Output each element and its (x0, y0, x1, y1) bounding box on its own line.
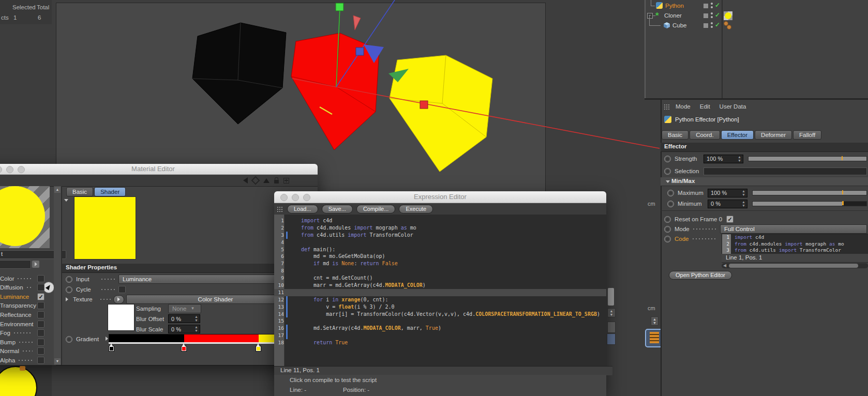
channel-diffusion[interactable]: Diffusion (0, 283, 35, 292)
blur-scale-input[interactable]: 0 %▲▼ (168, 325, 200, 333)
channel-fog[interactable]: Fog (0, 329, 35, 338)
code-line-15[interactable]: 15 (274, 317, 606, 325)
cycle-checkbox[interactable] (118, 286, 126, 293)
shader-preview-swatch[interactable] (74, 196, 136, 260)
strength-input[interactable]: 100 %▲▼ (704, 155, 743, 163)
sampling-dropdown[interactable]: None▼ (168, 304, 201, 313)
keyframe-radio-icon[interactable] (664, 168, 671, 175)
code-line-16[interactable]: 16 md.SetArray(c4d.MODATA_COLOR, marr, T… (274, 325, 606, 332)
code-line-1[interactable]: 1import c4d (274, 217, 606, 224)
shader-swatch[interactable] (108, 304, 134, 331)
channel-color[interactable]: Color (0, 274, 35, 283)
code-line-3[interactable]: 3from c4d.utils import TransformColor (722, 247, 868, 254)
channel-checkbox[interactable] (37, 357, 44, 364)
enable-dot-icon[interactable] (711, 3, 713, 5)
object-name[interactable]: Cube (672, 22, 687, 28)
minmax-header[interactable]: Min/Max (661, 177, 868, 186)
code-editor[interactable]: 1import c4d2from c4d.modules import mogr… (274, 215, 606, 369)
pick-cursor-icon[interactable] (43, 282, 54, 293)
drag-handle-icon[interactable] (277, 206, 283, 212)
object-name[interactable]: Python (665, 3, 684, 9)
channel-checkbox[interactable] (37, 321, 44, 328)
lock-icon[interactable] (274, 180, 279, 184)
channel-reflectance[interactable]: Reflectance (0, 310, 35, 319)
enable-dot-icon[interactable] (711, 6, 713, 8)
object-row-cloner[interactable]: − * Cloner ✓ (646, 11, 868, 21)
maximum-input[interactable]: 100 %▲▼ (708, 189, 747, 197)
enabled-check-icon[interactable]: ✓ (715, 11, 720, 19)
minimum-input[interactable]: 0 %▲▼ (708, 200, 747, 208)
enable-dot-icon[interactable] (711, 12, 713, 14)
scroll-left-arrow-icon[interactable]: ◀ (723, 263, 726, 268)
channel-transparency[interactable]: Transparency (0, 301, 35, 310)
minimize-button[interactable] (6, 166, 13, 173)
keyframe-radio-icon[interactable] (66, 276, 72, 283)
open-python-editor-button[interactable]: Open Python Editor (669, 271, 732, 280)
tab-shader[interactable]: Shader (94, 187, 126, 196)
up-icon[interactable] (263, 178, 270, 183)
scroll-up-icon[interactable]: ▲ (54, 187, 61, 193)
keyframe-radio-icon[interactable] (667, 190, 674, 196)
tab-basic[interactable]: Basic (662, 130, 689, 140)
code-line-2[interactable]: 2from c4d.modules import mograph as mo (274, 224, 606, 232)
stepper-icon[interactable]: ▲▼ (738, 155, 741, 162)
code-line-1[interactable]: 1import c4d (722, 234, 868, 241)
stepper-icon[interactable]: ▲▼ (651, 316, 659, 326)
me-titlebar[interactable]: Material Editor (0, 164, 318, 175)
channel-checkbox[interactable] (37, 329, 44, 337)
channel-luminance[interactable]: Luminance (0, 292, 35, 301)
code-line-7[interactable]: 7 if md is None: return False (274, 260, 606, 267)
compile-button[interactable]: Compile... (356, 205, 396, 214)
channel-alpha[interactable]: Alpha (0, 356, 35, 364)
channel-checkbox[interactable] (37, 302, 44, 309)
keyframe-radio-icon[interactable] (66, 286, 72, 293)
code-line-3[interactable]: 3from c4d.utils import TransformColor (274, 232, 606, 239)
enabled-check-icon[interactable]: ✓ (715, 2, 720, 9)
maximum-slider[interactable] (752, 190, 867, 195)
code-line-18[interactable]: 18 return True (274, 339, 606, 346)
code-line-4[interactable]: 4 (274, 239, 606, 246)
collapse-triangle-icon[interactable] (64, 199, 68, 202)
zoom-button[interactable] (18, 166, 25, 173)
keyframe-radio-icon[interactable] (664, 226, 671, 233)
keyframe-radio-icon[interactable] (667, 201, 674, 207)
channel-bump[interactable]: Bump (0, 338, 35, 346)
stepper-icon[interactable]: ▲▼ (194, 315, 198, 322)
code-preview-box[interactable]: 1import c4d2from c4d.modules import mogr… (722, 234, 868, 254)
channel-checkbox[interactable] (37, 293, 44, 300)
stepper-icon[interactable]: ▲▼ (742, 189, 745, 196)
channel-checkbox[interactable] (37, 339, 44, 346)
execute-button[interactable]: Execute (399, 205, 433, 214)
save-button[interactable]: Save... (322, 205, 353, 214)
menu-edit[interactable]: Edit (700, 103, 710, 110)
load-button[interactable]: Load... (287, 205, 318, 214)
keyframe-radio-icon[interactable] (664, 156, 671, 162)
zoom-button[interactable] (303, 194, 310, 201)
menu-user-data[interactable]: User Data (720, 103, 746, 110)
gradient-knot[interactable] (181, 346, 187, 352)
close-button[interactable] (280, 194, 288, 201)
keyframe-radio-icon[interactable] (664, 216, 671, 223)
add-icon[interactable] (283, 178, 289, 184)
tab-coord[interactable]: Coord. (690, 130, 720, 140)
mode-dropdown[interactable]: Full Control (720, 224, 867, 234)
code-line-11[interactable]: 11 (274, 289, 606, 296)
expand-button[interactable] (32, 261, 39, 268)
reset-checkbox[interactable] (726, 216, 734, 223)
panel-widget[interactable] (607, 322, 616, 333)
channel-checkbox[interactable] (37, 347, 44, 355)
minimize-button[interactable] (292, 194, 299, 201)
texture-tag-icon[interactable] (724, 11, 732, 20)
enable-dot-icon[interactable] (711, 16, 713, 18)
preview-size-field[interactable] (0, 260, 31, 269)
channel-normal[interactable]: Normal (0, 347, 35, 356)
enable-dot-icon[interactable] (711, 22, 713, 24)
channel-environment[interactable]: Environment (0, 319, 35, 328)
layer-toggle-icon[interactable] (704, 4, 708, 8)
minimum-slider[interactable] (752, 201, 867, 206)
code-line-17[interactable]: 17 (274, 332, 606, 339)
tab-effector[interactable]: Effector (721, 130, 754, 140)
object-name[interactable]: Cloner (664, 12, 682, 19)
tab-basic[interactable]: Basic (66, 187, 93, 196)
keyframe-radio-icon[interactable] (664, 236, 671, 242)
